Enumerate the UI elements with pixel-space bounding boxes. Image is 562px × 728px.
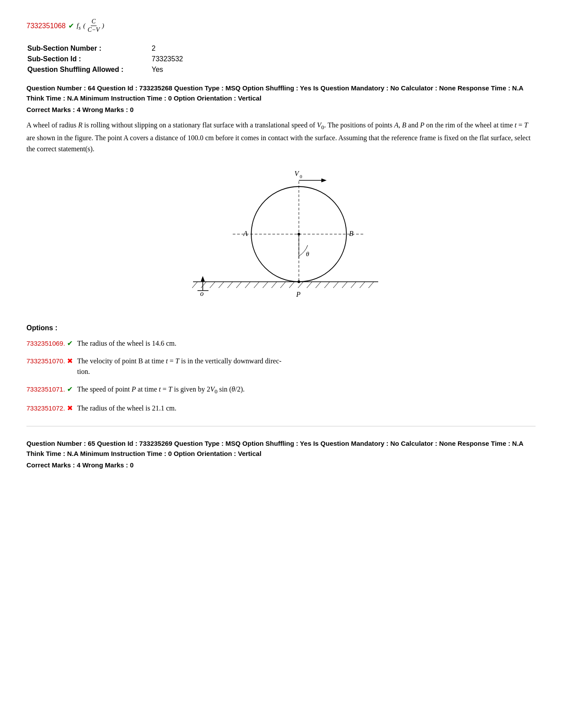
svg-line-11 bbox=[280, 282, 286, 288]
option-id-71: 7332351071. ✔ bbox=[26, 384, 77, 393]
svg-line-21 bbox=[368, 282, 374, 288]
question-id-68: 7332351068 bbox=[26, 22, 66, 30]
option-text-72: The radius of the wheel is 21.1 cm. bbox=[77, 403, 176, 414]
subsection-id-label: Sub-Section Id : bbox=[27, 54, 151, 64]
svg-line-12 bbox=[289, 282, 294, 288]
option-text-69: The radius of the wheel is 14.6 cm. bbox=[77, 338, 176, 349]
subsection-number-row: Sub-Section Number : 2 bbox=[27, 44, 183, 53]
math-formula-68: fs ( C C−V ) bbox=[77, 18, 104, 34]
option-row-70: 7332351070. ✖ The velocity of point B at… bbox=[26, 356, 536, 377]
svg-line-15 bbox=[316, 282, 321, 288]
svg-line-3 bbox=[210, 282, 215, 288]
point-a-label: A bbox=[243, 230, 248, 237]
option-id-69: 7332351069. ✔ bbox=[26, 338, 77, 347]
v0-label: V bbox=[294, 170, 300, 177]
option-row-69: 7332351069. ✔ The radius of the wheel is… bbox=[26, 338, 536, 349]
subsection-id-row: Sub-Section Id : 73323532 bbox=[27, 54, 183, 64]
figure-container: V 0 A B P o θ bbox=[26, 164, 536, 314]
crossmark-70: ✖ bbox=[67, 356, 73, 365]
point-b-label: B bbox=[349, 230, 354, 237]
shuffling-row: Question Shuffling Allowed : Yes bbox=[27, 65, 183, 75]
svg-line-6 bbox=[236, 282, 242, 288]
checkmark-69: ✔ bbox=[67, 339, 73, 347]
section-divider bbox=[26, 426, 536, 426]
question-id-line-68: 7332351068 ✔ fs ( C C−V ) bbox=[26, 18, 536, 34]
theta-label: θ bbox=[306, 250, 309, 258]
wheel-figure: V 0 A B P o θ bbox=[167, 164, 396, 314]
svg-line-19 bbox=[351, 282, 356, 288]
question-64-marks: Correct Marks : 4 Wrong Marks : 0 bbox=[26, 106, 536, 113]
svg-line-7 bbox=[245, 282, 250, 288]
subsection-id-value: 73323532 bbox=[152, 54, 183, 64]
svg-line-1 bbox=[192, 282, 197, 288]
svg-line-10 bbox=[272, 282, 277, 288]
option-row-71: 7332351071. ✔ The speed of point P at ti… bbox=[26, 384, 536, 396]
svg-line-9 bbox=[263, 282, 268, 288]
checkmark-icon-68: ✔ bbox=[68, 22, 74, 30]
svg-line-5 bbox=[227, 282, 233, 288]
crossmark-72: ✖ bbox=[67, 403, 73, 412]
svg-line-14 bbox=[307, 282, 312, 288]
svg-line-16 bbox=[324, 282, 330, 288]
option-row-72: 7332351072. ✖ The radius of the wheel is… bbox=[26, 403, 536, 414]
option-text-71: The speed of point P at time t = T is gi… bbox=[77, 384, 245, 396]
svg-line-8 bbox=[254, 282, 259, 288]
question-65-marks: Correct Marks : 4 Wrong Marks : 0 bbox=[26, 461, 536, 469]
svg-line-2 bbox=[201, 282, 206, 288]
shuffling-value: Yes bbox=[152, 65, 183, 75]
option-id-70: 7332351070. ✖ bbox=[26, 356, 77, 365]
svg-line-18 bbox=[342, 282, 347, 288]
question-64-header: Question Number : 64 Question Id : 73323… bbox=[26, 83, 536, 103]
subsection-number-label: Sub-Section Number : bbox=[27, 44, 151, 53]
meta-table: Sub-Section Number : 2 Sub-Section Id : … bbox=[26, 43, 184, 75]
svg-line-20 bbox=[360, 282, 365, 288]
point-p-label: P bbox=[296, 291, 301, 298]
svg-point-31 bbox=[298, 280, 300, 283]
option-id-72: 7332351072. ✖ bbox=[26, 403, 77, 412]
question-64-body: A wheel of radius R is rolling without s… bbox=[26, 119, 536, 155]
options-label: Options : bbox=[26, 324, 536, 332]
v0-subscript: 0 bbox=[300, 174, 302, 179]
option-text-70: The velocity of point B at time t = T is… bbox=[77, 356, 282, 377]
shuffling-label: Question Shuffling Allowed : bbox=[27, 65, 151, 75]
svg-line-4 bbox=[219, 282, 224, 288]
subsection-number-value: 2 bbox=[152, 44, 183, 53]
question-65-header: Question Number : 65 Question Id : 73323… bbox=[26, 439, 536, 459]
svg-line-17 bbox=[333, 282, 339, 288]
checkmark-71: ✔ bbox=[67, 385, 73, 393]
